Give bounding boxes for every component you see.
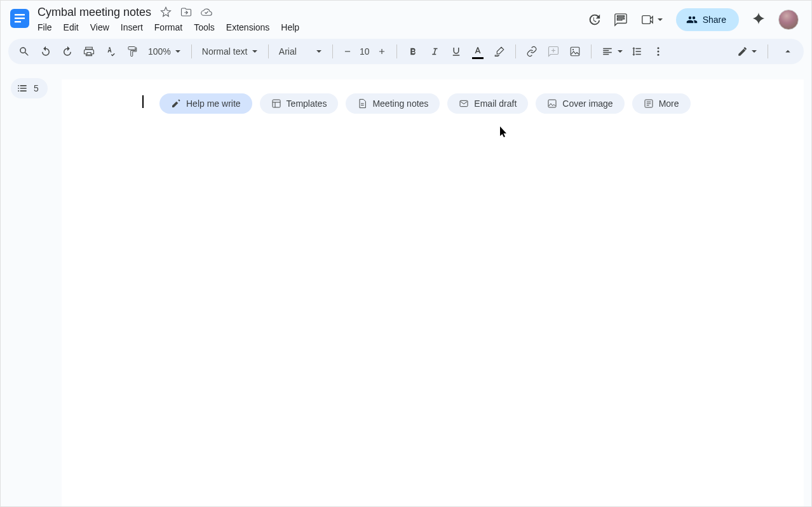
chip-label: More [659,98,679,109]
caret-down-icon [316,46,322,57]
chip-help-me-write[interactable]: Help me write [159,93,252,114]
text-cursor [142,95,144,108]
document-title[interactable]: Cymbal meeting notes [37,6,151,19]
separator [591,44,592,58]
email-icon [459,98,469,109]
align-dropdown[interactable] [598,42,625,61]
caret-down-icon [252,46,258,57]
move-icon[interactable] [180,6,192,18]
cloud-saved-icon[interactable] [201,6,212,18]
menu-extensions[interactable]: Extensions [226,22,269,32]
people-icon [686,14,698,25]
meet-button[interactable] [640,13,663,27]
zoom-dropdown[interactable]: 100% [144,42,185,61]
paragraph-style-value: Normal text [202,46,248,57]
svg-rect-11 [548,100,556,107]
zoom-value: 100% [148,46,171,57]
insert-link-button[interactable] [522,42,541,61]
history-icon[interactable] [587,13,601,27]
star-icon[interactable] [160,6,172,18]
font-size-value[interactable]: 10 [356,46,374,57]
menu-insert[interactable]: Insert [121,22,143,32]
separator [768,44,768,58]
caret-down-icon [175,46,181,57]
image-icon [547,98,557,109]
font-value: Arial [279,46,297,57]
font-size-decrease[interactable] [339,43,356,60]
chip-more[interactable]: More [632,93,691,114]
insert-image-button[interactable] [565,42,585,61]
caret-down-icon [617,46,623,57]
suggestion-chips: Help me write Templates Meeting notes Em… [159,93,691,114]
menu-tools[interactable]: Tools [194,22,215,32]
italic-button[interactable] [425,42,444,61]
chip-label: Meeting notes [372,98,428,109]
document-icon [357,98,367,109]
add-comment-button[interactable] [544,42,563,61]
list-icon [16,82,29,95]
toolbar: 100% Normal text Arial 10 [8,39,804,64]
chip-email-draft[interactable]: Email draft [447,93,528,114]
separator [396,44,397,58]
undo-button[interactable] [36,42,55,61]
paragraph-style-dropdown[interactable]: Normal text [198,42,262,61]
more-icon [644,98,654,109]
menu-format[interactable]: Format [154,22,182,32]
chip-label: Email draft [474,98,517,109]
text-color-button[interactable] [468,42,487,61]
underline-button[interactable] [447,42,466,61]
font-dropdown[interactable]: Arial [275,42,326,61]
svg-rect-10 [460,100,468,106]
chip-label: Cover image [562,98,612,109]
chip-templates[interactable]: Templates [260,93,339,114]
pencil-magic-icon [171,98,181,109]
svg-rect-4 [571,47,579,56]
menubar: File Edit View Insert Format Tools Exten… [37,22,299,32]
templates-icon [271,98,281,109]
separator [191,44,192,58]
highlight-button[interactable] [490,42,509,61]
pencil-icon [737,46,748,57]
gemini-icon[interactable] [752,11,766,28]
svg-point-5 [572,49,574,50]
paint-format-button[interactable] [123,42,142,61]
menu-file[interactable]: File [37,22,52,32]
bold-button[interactable] [403,42,423,61]
outline-count: 5 [34,83,39,93]
chip-meeting-notes[interactable]: Meeting notes [346,93,440,114]
share-label: Share [703,15,726,25]
document-page[interactable] [62,79,804,506]
share-button[interactable]: Share [676,8,739,31]
svg-point-8 [657,54,659,56]
caret-down-icon [657,17,663,23]
collapse-toolbar-button[interactable] [778,42,797,61]
spellcheck-button[interactable] [101,42,120,61]
comments-icon[interactable] [614,13,628,27]
outline-button[interactable]: 5 [11,78,48,98]
editing-mode-dropdown[interactable] [737,46,757,57]
chip-label: Templates [287,98,327,109]
line-spacing-button[interactable] [627,42,646,61]
caret-down-icon [751,48,757,55]
chip-cover-image[interactable]: Cover image [536,93,624,114]
docs-logo-icon[interactable] [8,4,37,30]
print-button[interactable] [79,42,98,61]
search-menus-button[interactable] [15,42,34,61]
separator [268,44,269,58]
svg-rect-9 [273,100,280,107]
chip-label: Help me write [186,98,241,109]
svg-rect-2 [15,18,25,20]
svg-point-7 [657,51,659,53]
menu-edit[interactable]: Edit [64,22,79,32]
svg-rect-1 [15,14,25,16]
separator [515,44,516,58]
menu-help[interactable]: Help [281,22,299,32]
account-avatar[interactable] [778,10,799,30]
menu-view[interactable]: View [90,22,109,32]
redo-button[interactable] [58,42,77,61]
more-format-button[interactable] [649,42,668,61]
mouse-pointer [500,126,509,140]
svg-rect-3 [15,21,21,23]
font-size-increase[interactable] [374,43,390,60]
video-icon [640,13,654,27]
